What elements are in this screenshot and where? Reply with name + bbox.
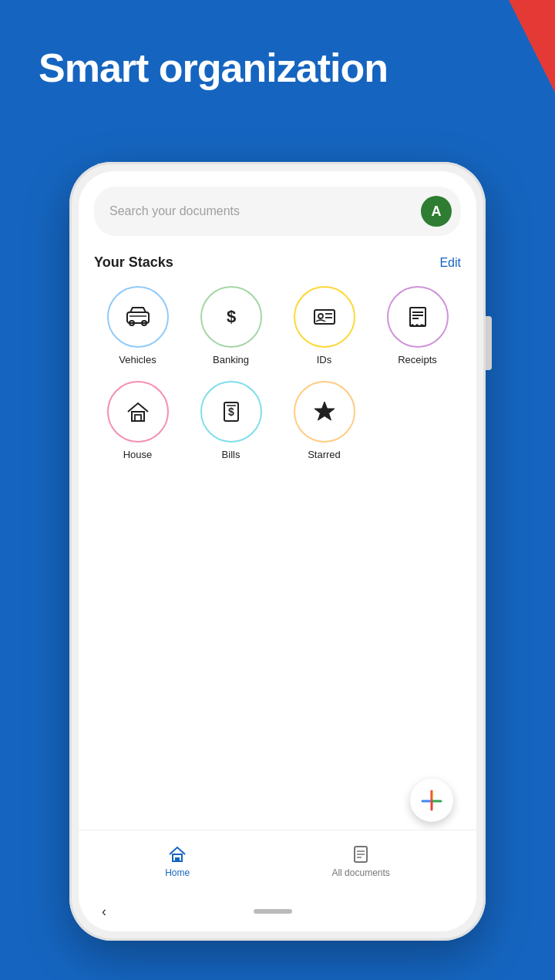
stack-item-vehicles[interactable]: Vehicles [94, 286, 181, 365]
stacks-header: Your Stacks Edit [94, 254, 461, 271]
stack-circle-vehicles [107, 286, 169, 348]
house-icon [124, 398, 152, 426]
stack-item-banking[interactable]: $ Banking [187, 286, 274, 365]
dollar-icon: $ [217, 303, 245, 331]
stack-label-vehicles: Vehicles [119, 354, 156, 365]
svg-rect-25 [175, 857, 180, 861]
svg-text:$: $ [226, 307, 235, 326]
back-button[interactable]: ‹ [102, 904, 106, 920]
all-documents-nav-icon [351, 844, 371, 864]
page-title: Smart organization [39, 46, 493, 90]
stack-circle-banking: $ [200, 286, 262, 348]
receipt-icon [404, 303, 432, 331]
stack-label-starred: Starred [308, 449, 341, 460]
svg-marker-18 [314, 402, 335, 420]
stack-circle-receipts [387, 286, 449, 348]
system-bar: ‹ [79, 891, 476, 931]
star-icon [311, 398, 338, 426]
stack-label-house: House [123, 449, 153, 460]
stack-item-bills[interactable]: $ Bills [187, 381, 274, 460]
svg-point-6 [318, 314, 323, 318]
nav-label-all-documents: All documents [331, 867, 389, 878]
stacks-grid-row1: Vehicles $ Banking [94, 286, 461, 365]
stacks-title: Your Stacks [94, 254, 173, 271]
svg-rect-13 [132, 412, 144, 421]
phone-frame: Search your documents A Your Stacks Edit [69, 162, 486, 941]
home-nav-icon [167, 844, 187, 864]
nav-label-home: Home [165, 867, 190, 878]
content-area [94, 460, 461, 830]
bill-icon: $ [217, 398, 245, 426]
corner-accent [509, 0, 555, 93]
stack-item-house[interactable]: House [94, 381, 181, 460]
nav-item-all-documents[interactable]: All documents [331, 844, 389, 878]
home-pill[interactable] [254, 909, 292, 914]
stack-label-receipts: Receipts [398, 354, 437, 365]
id-card-icon [311, 303, 338, 331]
fab-button[interactable] [410, 779, 453, 822]
stack-circle-ids [294, 286, 355, 348]
search-placeholder: Search your documents [109, 204, 240, 218]
edit-button[interactable]: Edit [439, 256, 461, 270]
svg-rect-9 [410, 308, 426, 326]
stack-circle-house [107, 381, 169, 443]
svg-text:$: $ [228, 406, 234, 418]
vehicle-icon [124, 303, 152, 331]
svg-rect-5 [314, 310, 335, 324]
stack-item-ids[interactable]: IDs [281, 286, 368, 365]
plus-icon [420, 789, 443, 812]
stack-item-starred[interactable]: Starred [281, 381, 368, 460]
search-bar[interactable]: Search your documents A [94, 187, 461, 236]
stack-circle-bills: $ [200, 381, 262, 443]
bottom-nav: Home All documents [79, 830, 476, 891]
stacks-grid-row2: House $ Bills [94, 381, 461, 460]
stack-label-ids: IDs [317, 354, 332, 365]
screen-content: Search your documents A Your Stacks Edit [79, 171, 476, 830]
avatar-button[interactable]: A [421, 196, 452, 227]
svg-rect-14 [135, 415, 141, 421]
stack-label-bills: Bills [222, 449, 240, 460]
stack-item-receipts[interactable]: Receipts [374, 286, 461, 365]
stack-item-empty [374, 381, 461, 460]
stack-label-banking: Banking [213, 354, 249, 365]
nav-item-home[interactable]: Home [165, 844, 190, 878]
phone-screen: Search your documents A Your Stacks Edit [79, 171, 476, 931]
stack-circle-starred [294, 381, 355, 443]
